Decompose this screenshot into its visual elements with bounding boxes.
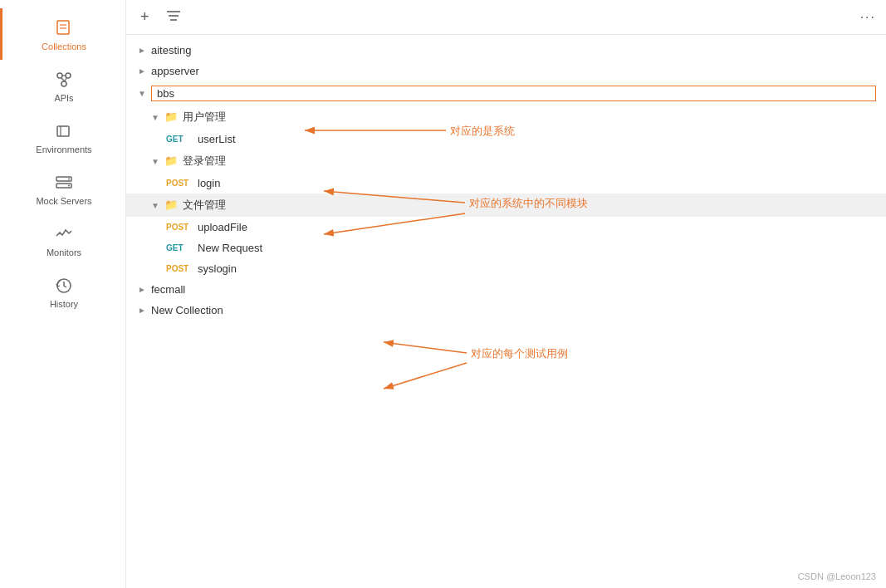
list-item[interactable]: ► aitesting (126, 40, 886, 61)
svg-point-3 (57, 73, 62, 78)
sidebar-item-environments-label: Environments (36, 145, 91, 154)
collection-label-bbs: bbs (151, 86, 876, 101)
collections-icon (54, 18, 74, 38)
chevron-right-icon: ► (136, 45, 148, 56)
sidebar-item-collections[interactable]: Collections (0, 8, 125, 60)
svg-line-24 (384, 363, 467, 389)
method-badge-post: POST (166, 179, 193, 188)
folder-label: 文件管理 (183, 198, 876, 213)
list-item[interactable]: ► fecmall (126, 279, 886, 300)
svg-line-23 (384, 342, 467, 353)
list-item[interactable]: ► appserver (126, 61, 886, 81)
filter-button[interactable] (162, 8, 185, 27)
sidebar-item-apis[interactable]: APIs (0, 60, 125, 111)
list-item[interactable]: ▼ bbs (126, 81, 886, 105)
sidebar-item-monitors[interactable]: Monitors (0, 214, 125, 266)
request-label: userList (198, 133, 876, 145)
collections-tree: ► aitesting ► appserver ▼ bbs ▼ 📁 用户管理 (126, 35, 886, 326)
main-panel: + ··· ► aitesting ► appserver (126, 0, 886, 588)
svg-point-13 (68, 179, 70, 180)
list-item[interactable]: GET New Request (126, 238, 886, 258)
collection-label: aitesting (151, 44, 876, 56)
sidebar-item-mock-servers-label: Mock Servers (36, 196, 91, 206)
environments-icon (54, 121, 74, 141)
sidebar-item-apis-label: APIs (54, 93, 73, 103)
chevron-right-icon: ► (136, 66, 148, 77)
collection-label: appserver (151, 65, 876, 77)
svg-point-14 (68, 185, 70, 187)
list-item[interactable]: POST syslogin (126, 258, 886, 279)
list-item[interactable]: ▼ 📁 文件管理 (126, 194, 886, 217)
chevron-down-icon: ▼ (149, 199, 161, 211)
list-item[interactable]: ► New Collection (126, 300, 886, 321)
method-badge-post: POST (166, 223, 193, 232)
folder-icon: 📁 (164, 198, 178, 212)
list-item[interactable]: POST uploadFile (126, 217, 886, 238)
folder-label: 用户管理 (183, 110, 876, 125)
request-label: uploadFile (198, 221, 876, 233)
monitors-icon (54, 224, 74, 244)
sidebar-item-history[interactable]: History (0, 266, 125, 317)
svg-line-8 (65, 78, 66, 81)
sidebar: Collections APIs Environments Mock Serve… (0, 0, 126, 588)
filter-icon (166, 10, 181, 22)
toolbar: + ··· (126, 0, 886, 35)
history-icon (54, 276, 74, 296)
sidebar-item-history-label: History (50, 299, 78, 309)
list-item[interactable]: ▼ 📁 登录管理 (126, 149, 886, 173)
chevron-down-icon: ▼ (149, 155, 161, 167)
list-item[interactable]: POST login (126, 173, 886, 194)
chevron-down-icon: ▼ (149, 111, 161, 123)
request-label: New Request (198, 242, 876, 254)
method-badge-post: POST (166, 264, 193, 273)
sidebar-item-monitors-label: Monitors (47, 247, 81, 257)
add-button[interactable]: + (136, 7, 154, 27)
svg-rect-0 (57, 21, 69, 34)
request-label: syslogin (198, 262, 876, 275)
sidebar-item-mock-servers[interactable]: Mock Servers (0, 163, 125, 214)
chevron-right-icon: ► (136, 284, 148, 296)
more-button[interactable]: ··· (860, 10, 876, 25)
folder-label: 登录管理 (183, 154, 876, 169)
method-badge-get: GET (166, 243, 193, 252)
svg-point-4 (66, 73, 71, 78)
apis-icon (54, 70, 74, 90)
method-badge-get: GET (166, 135, 193, 144)
list-item[interactable]: ▼ 📁 用户管理 (126, 105, 886, 129)
sidebar-item-environments[interactable]: Environments (0, 111, 125, 163)
collections-panel: ► aitesting ► appserver ▼ bbs ▼ 📁 用户管理 (126, 35, 886, 588)
collection-label: New Collection (151, 304, 876, 316)
svg-rect-9 (57, 126, 69, 136)
chevron-right-icon: ► (136, 305, 148, 316)
chevron-down-icon: ▼ (136, 88, 148, 100)
folder-icon: 📁 (164, 154, 178, 168)
request-label: login (198, 177, 876, 189)
mock-servers-icon (54, 173, 74, 193)
svg-point-5 (61, 81, 66, 86)
collection-label: fecmall (151, 283, 876, 296)
list-item[interactable]: GET userList (126, 129, 886, 149)
sidebar-item-collections-label: Collections (42, 42, 86, 51)
folder-icon: 📁 (164, 110, 178, 124)
watermark: CSDN @Leoon123 (798, 571, 876, 581)
annotation-testcase: 对应的每个测试用例 (471, 347, 568, 360)
